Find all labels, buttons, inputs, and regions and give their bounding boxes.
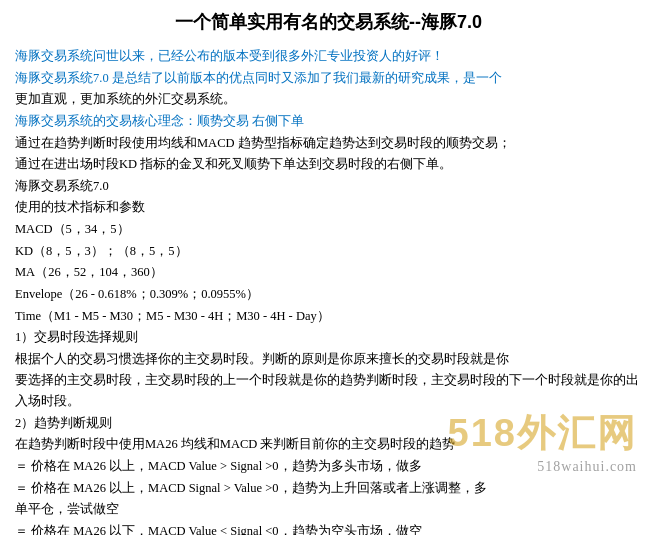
- para-8: 使用的技术指标和参数: [15, 197, 642, 218]
- content-area: 海豚交易系统问世以来，已经公布的版本受到很多外汇专业投资人的好评！ 海豚交易系统…: [15, 46, 642, 535]
- para-7-text: 海豚交易系统7.0: [15, 179, 109, 193]
- para-4: 海豚交易系统的交易核心理念：顺势交易 右侧下单: [15, 111, 642, 132]
- para-22: ＝ 价格在 MA26 以下，MACD Value < Signal <0，趋势为…: [15, 521, 642, 535]
- para-14: 1）交易时段选择规则: [15, 327, 642, 348]
- para-19-text: ＝ 价格在 MA26 以上，MACD Value > Signal >0，趋势为…: [15, 459, 422, 473]
- para-12-text: Envelope（26 - 0.618%；0.309%；0.0955%）: [15, 287, 259, 301]
- para-3: 更加直观，更加系统的外汇交易系统。: [15, 89, 642, 110]
- para-15: 根据个人的交易习惯选择你的主交易时段。判断的原则是你原来擅长的交易时段就是你: [15, 349, 642, 370]
- para-18: 在趋势判断时段中使用MA26 均线和MACD 来判断目前你的主交易时段的趋势: [15, 434, 642, 455]
- para-20: ＝ 价格在 MA26 以上，MACD Signal > Value >0，趋势为…: [15, 478, 642, 499]
- para-7: 海豚交易系统7.0: [15, 176, 642, 197]
- para-10: KD（8，5，3）；（8，5，5）: [15, 241, 642, 262]
- para-22-text: ＝ 价格在 MA26 以下，MACD Value < Signal <0，趋势为…: [15, 524, 422, 535]
- para-16-text: 要选择的主交易时段，主交易时段的上一个时段就是你的趋势判断时段，主交易时段的下一…: [15, 373, 639, 408]
- para-15-text: 根据个人的交易习惯选择你的主交易时段。判断的原则是你原来擅长的交易时段就是你: [15, 352, 509, 366]
- para-11: MA（26，52，104，360）: [15, 262, 642, 283]
- para-18-text: 在趋势判断时段中使用MA26 均线和MACD 来判断目前你的主交易时段的趋势: [15, 437, 455, 451]
- para-19: ＝ 价格在 MA26 以上，MACD Value > Signal >0，趋势为…: [15, 456, 642, 477]
- para-21-text: 单平仓，尝试做空: [15, 502, 119, 516]
- para-4-text: 海豚交易系统的交易核心理念：顺势交易 右侧下单: [15, 114, 304, 128]
- para-11-text: MA（26，52，104，360）: [15, 265, 163, 279]
- para-16: 要选择的主交易时段，主交易时段的上一个时段就是你的趋势判断时段，主交易时段的下一…: [15, 370, 642, 411]
- page-container: 一个简单实用有名的交易系统--海豚7.0 海豚交易系统问世以来，已经公布的版本受…: [0, 0, 657, 535]
- para-6: 通过在进出场时段KD 指标的金叉和死叉顺势下单达到交易时段的右侧下单。: [15, 154, 642, 175]
- para-6-text: 通过在进出场时段KD 指标的金叉和死叉顺势下单达到交易时段的右侧下单。: [15, 157, 452, 171]
- para-17-text: 2）趋势判断规则: [15, 416, 112, 430]
- para-3-text: 更加直观，更加系统的外汇交易系统。: [15, 92, 236, 106]
- para-12: Envelope（26 - 0.618%；0.309%；0.0955%）: [15, 284, 642, 305]
- page-title: 一个简单实用有名的交易系统--海豚7.0: [15, 10, 642, 34]
- para-20-text: ＝ 价格在 MA26 以上，MACD Signal > Value >0，趋势为…: [15, 481, 487, 495]
- para-10-text: KD（8，5，3）；（8，5，5）: [15, 244, 188, 258]
- para-13: Time（M1 - M5 - M30；M5 - M30 - 4H；M30 - 4…: [15, 306, 642, 327]
- para-9-text: MACD（5，34，5）: [15, 222, 130, 236]
- para-13-text: Time（M1 - M5 - M30；M5 - M30 - 4H；M30 - 4…: [15, 309, 330, 323]
- para-2-text: 海豚交易系统7.0 是总结了以前版本的优点同时又添加了我们最新的研究成果，是一个: [15, 71, 502, 85]
- para-1: 海豚交易系统问世以来，已经公布的版本受到很多外汇专业投资人的好评！: [15, 46, 642, 67]
- para-1-text: 海豚交易系统问世以来，已经公布的版本受到很多外汇专业投资人的好评！: [15, 49, 444, 63]
- para-5: 通过在趋势判断时段使用均线和MACD 趋势型指标确定趋势达到交易时段的顺势交易；: [15, 133, 642, 154]
- para-9: MACD（5，34，5）: [15, 219, 642, 240]
- para-17: 2）趋势判断规则: [15, 413, 642, 434]
- para-5-text: 通过在趋势判断时段使用均线和MACD 趋势型指标确定趋势达到交易时段的顺势交易；: [15, 136, 511, 150]
- para-8-text: 使用的技术指标和参数: [15, 200, 145, 214]
- para-14-text: 1）交易时段选择规则: [15, 330, 138, 344]
- para-21: 单平仓，尝试做空: [15, 499, 642, 520]
- para-2: 海豚交易系统7.0 是总结了以前版本的优点同时又添加了我们最新的研究成果，是一个: [15, 68, 642, 89]
